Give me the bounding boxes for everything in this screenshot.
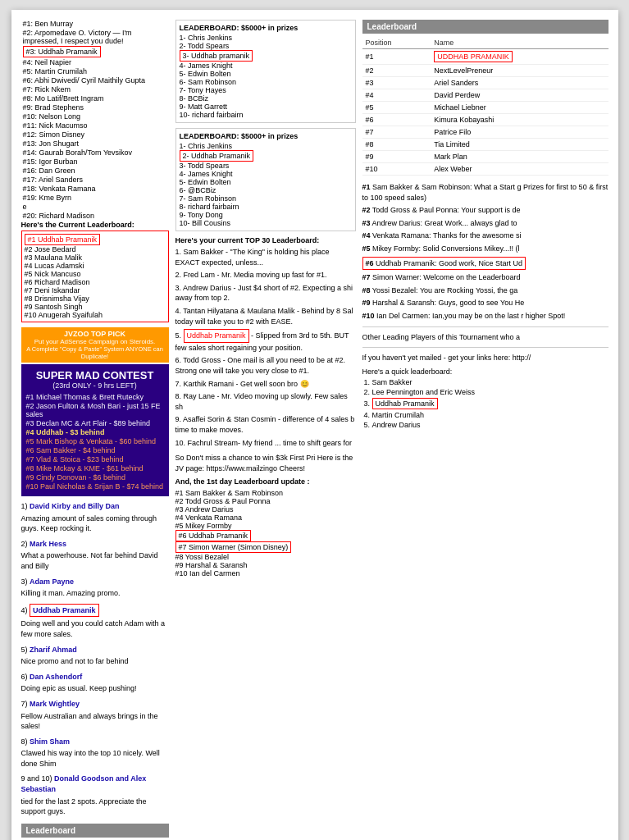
lb2-item: 7- Sam Robinson	[180, 194, 352, 203]
comment-num: #2	[362, 206, 371, 214]
top30-item: 1. Sam Bakker - "The King" is holding hi…	[175, 247, 356, 267]
left-comment-entry: 1) David Kirby and Billy DanAmazing amou…	[21, 501, 169, 534]
footer-update-item: #6 Uddhab Pramanik	[175, 530, 356, 541]
right-lb-header: Leaderboard	[362, 20, 608, 34]
table-row: #6Kimura Kobayashi	[362, 114, 608, 126]
commenter-name: Uddhab Pramanik	[30, 604, 99, 618]
ranking-item: #1: Ben Murray	[23, 20, 169, 28]
comment-number: 7)	[21, 700, 28, 708]
current-lb-item: #7 Deni Iskandar	[25, 286, 166, 294]
bottom-leaderboard-block: Leaderboard Position Name #1UDDHAB PRAMA…	[21, 824, 169, 840]
middle-footer: So Don't miss a chance to win $3k First …	[175, 453, 356, 578]
current-lb-item: #4 Lucas Adamski	[25, 262, 166, 270]
super-mad-entry: #5 Mark Bishop & Venkata - $60 behind	[26, 437, 164, 445]
ranking-item: #5: Martin Crumilah	[23, 67, 169, 75]
leaderboard1-box: LEADERBOARD: $5000+ in prizes 1- Chris J…	[175, 20, 356, 123]
current-lb-item: #9 Santosh Singh	[25, 303, 166, 311]
current-lb-item: #10 Anugerah Syaifulah	[25, 311, 166, 319]
jvzoo-title: JVZOO TOP PICK	[24, 330, 166, 338]
right-lb-table: Position Name #1UDDHAB PRAMANIK#2NextLev…	[362, 37, 608, 176]
comment-text: Killing it man. Amazing promo.	[21, 588, 169, 599]
comment-number: 2)	[21, 540, 28, 548]
lb1-item: 6- Sam Robinson	[180, 78, 352, 86]
comment-text: Nice promo and not to far behind	[21, 656, 169, 667]
footer-update-item: #10 Ian del Carmen	[175, 569, 356, 578]
left-comment-entry: 4) Uddhab PramanikDoing well and you cou…	[21, 604, 169, 640]
right-comment-entry: #8 Yossi Bezalel: You are Rocking Yossi,…	[362, 285, 608, 296]
comment-text: tied for the last 2 spots. Appreciate th…	[21, 797, 169, 817]
lb-name: David Perdew	[431, 89, 608, 102]
table-row: #9Mark Plan	[362, 151, 608, 163]
right-lb-block: Leaderboard Position Name #1UDDHAB PRAMA…	[362, 20, 608, 176]
footer-text1: So Don't miss a chance to win $3k First …	[175, 453, 356, 473]
left-comment-entry: 8) Shim ShamClawed his way into the top …	[21, 737, 169, 769]
right-comments-section: #1 Sam Bakker & Sam Robinson: What a Sta…	[362, 182, 608, 322]
footer-update-item: #4 Venkata Ramana	[175, 514, 356, 522]
top30-item: 8. Ray Lane - Mr. Video moving up slowly…	[175, 391, 356, 412]
lb2-list: 1- Chris Jenkins2- Uddhab Pramanik3- Tod…	[180, 142, 352, 227]
quick-lb-item: Lee Pennington and Eric Weiss	[372, 388, 608, 396]
super-mad-entry: #4 Uddhab - $3 behind	[26, 428, 164, 436]
super-mad-entry: #2 Jason Fulton & Mosh Bari - just 15 FE…	[26, 402, 164, 418]
comment-text: Ian Del Carmen: Ian,you may be on the la…	[376, 312, 565, 320]
right-comment-entry: #10 Ian Del Carmen: Ian,you may be on th…	[362, 311, 608, 322]
comment-text: Andrew Darius: Great Work... always glad…	[372, 219, 517, 227]
main-page: #1: Ben Murray#2: Arpomedave O. Victory …	[11, 10, 618, 840]
lb-name: Alex Weber	[431, 163, 608, 176]
super-mad-entry: #9 Cindy Donovan - $6 behind	[26, 473, 164, 482]
current-lb-item: #6 Richard Madison	[25, 278, 166, 286]
lb1-item: 2- Todd Spears	[180, 42, 352, 50]
ranking-item: #19: Kme Byrn	[23, 194, 169, 202]
super-mad-entry: #3 Declan MC & Art Flair - $89 behind	[26, 419, 164, 427]
right-comment-entry: #5 Mikey Formby: Solid Conversions Mikey…	[362, 244, 608, 254]
lb2-item: 10- Bill Cousins	[180, 219, 352, 227]
ranking-item: #20: Richard Madison	[23, 212, 169, 220]
comment-text: Yossi Bezalel: You are Rocking Yossi, th…	[372, 286, 517, 294]
super-mad-entry: #7 Vlad & Stoica - $23 behind	[26, 455, 164, 463]
comment-number: 3)	[21, 578, 28, 586]
left-comment-entry: 9 and 10) Donald Goodson and Alex Sebast…	[21, 774, 169, 816]
ranking-item: #9: Brad Stephens	[23, 103, 169, 112]
top30-section: Here's your current TOP 30 Leaderboard: …	[175, 236, 356, 448]
super-mad-entry: #1 Michael Thomas & Brett Rutecky	[26, 393, 164, 401]
lb2-item: 6- @BCBiz	[180, 186, 352, 194]
lb1-item: 8- BCBiz	[180, 94, 352, 103]
comment-number: 4)	[21, 606, 28, 614]
divider1	[362, 326, 608, 327]
lb-name: UDDHAB PRAMANIK	[431, 49, 608, 65]
ranking-item: #15: Igor Burban	[23, 158, 169, 166]
comment-text: Simon Warner: Welcome on the Leaderboard	[372, 273, 521, 281]
left-comments-section: 1) David Kirby and Billy DanAmazing amou…	[21, 501, 169, 817]
comment-num: #10	[362, 312, 375, 320]
lb-name: Tia Limited	[431, 139, 608, 151]
right-comment-entry: #2 Todd Gross & Paul Ponna: Your support…	[362, 205, 608, 216]
quick-lb-item: Martin Crumilah	[372, 411, 608, 419]
current-lb-title: Here's the Current Leaderboard:	[21, 221, 169, 229]
comment-num: #8	[362, 286, 371, 294]
comment-num: #9	[362, 299, 371, 307]
super-mad-entry: #6 Sam Bakker - $4 behind	[26, 446, 164, 454]
super-mad-entries: #1 Michael Thomas & Brett Rutecky#2 Jaso…	[26, 393, 164, 491]
comment-num: #1	[362, 183, 371, 191]
super-mad-box: SUPER MAD CONTEST (23rd ONLY - 9 hrs LEF…	[21, 364, 169, 496]
left-comment-entry: 2) Mark HessWhat a powerhouse. Not far b…	[21, 539, 169, 572]
leaderboard2-box: LEADERBOARD: $5000+ in prizes 1- Chris J…	[175, 128, 356, 231]
comment-text: Amazing amount of sales coming through g…	[21, 514, 169, 534]
comment-num: #7	[362, 273, 371, 281]
other-players-section: Other Leading Players of this Tournament…	[362, 332, 608, 343]
ranking-item: #10: Nelson Long	[23, 112, 169, 121]
comment-text: Doing epic as usual. Keep pushing!	[21, 683, 169, 694]
lb1-title: LEADERBOARD: $5000+ in prizes	[180, 24, 352, 32]
lb-position: #5	[362, 102, 431, 114]
main-layout: #1: Ben Murray#2: Arpomedave O. Victory …	[21, 20, 608, 840]
comment-number: 5)	[21, 646, 28, 654]
current-lb-item: #5 Nick Mancuso	[25, 270, 166, 278]
comment-num: #4	[362, 231, 371, 240]
quick-lb-title: Here's a quick leaderboard:	[362, 367, 608, 377]
lb-name: Ariel Sanders	[431, 77, 608, 89]
lb1-item: 9- Matt Garrett	[180, 103, 352, 111]
not-mailed-section: If you haven't yet mailed - get your lin…	[362, 353, 608, 363]
commenter-name: Zharif Ahmad	[30, 646, 77, 654]
lb1-item: 3- Uddhab pramanik	[180, 50, 352, 62]
top30-list: 1. Sam Bakker - "The King" is holding hi…	[175, 247, 356, 448]
